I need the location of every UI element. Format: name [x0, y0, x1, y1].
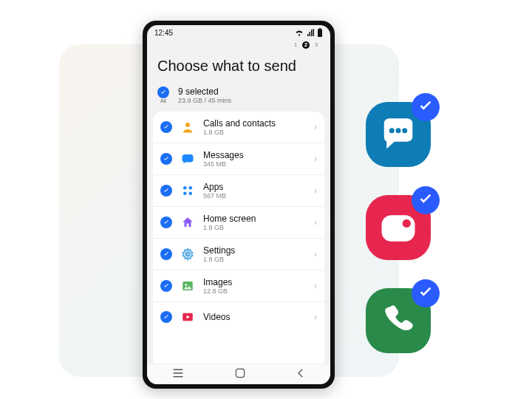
row-settings[interactable]: Settings1.8 GB ›	[153, 239, 324, 270]
status-icons	[295, 28, 323, 37]
messages-icon	[180, 151, 196, 167]
select-all-label: All	[160, 98, 166, 103]
wifi-icon	[295, 29, 304, 36]
android-nav-bar	[147, 364, 330, 384]
home-button[interactable]	[235, 368, 245, 381]
checkmark-icon	[163, 187, 170, 194]
row-calls[interactable]: Calls and contacts1.8 GB ›	[153, 112, 324, 143]
status-time: 12:45	[154, 29, 173, 37]
row-images-label: Images	[203, 277, 307, 287]
row-home[interactable]: Home screen1.8 GB ›	[153, 207, 324, 239]
chevron-right-icon: ›	[314, 217, 317, 228]
selected-badge	[412, 279, 440, 307]
row-calls-checkbox[interactable]	[160, 121, 172, 133]
row-apps-label: Apps	[203, 182, 307, 192]
row-settings-size: 1.8 GB	[203, 256, 307, 263]
row-messages[interactable]: Messages345 MB ›	[153, 143, 324, 175]
messages-app-tile	[366, 102, 431, 167]
svg-point-2	[185, 123, 190, 127]
chevron-right-icon: ›	[314, 249, 317, 259]
step-1: 1	[292, 41, 299, 49]
page-title: Choose what to send	[147, 52, 330, 86]
row-videos[interactable]: Videos ›	[153, 302, 324, 332]
row-images-checkbox[interactable]	[160, 280, 172, 292]
svg-rect-12	[236, 369, 244, 377]
row-videos-checkbox[interactable]	[160, 311, 172, 323]
images-icon	[180, 278, 196, 294]
phone-screen: 12:45 1 2 3 Choose what to send All 9 se…	[147, 25, 330, 384]
checkmark-icon	[417, 285, 434, 301]
row-settings-label: Settings	[203, 245, 307, 256]
row-apps-size: 567 MB	[203, 192, 307, 200]
chevron-right-icon: ›	[314, 185, 317, 196]
checkmark-icon	[163, 282, 170, 290]
phone-app-tile	[366, 288, 431, 353]
battery-icon	[317, 28, 323, 37]
wizard-stepper: 1 2 3	[147, 40, 330, 52]
camera-app-tile	[366, 195, 431, 260]
svg-point-14	[396, 128, 401, 133]
svg-point-10	[185, 284, 187, 286]
checkmark-icon	[163, 155, 170, 163]
svg-rect-3	[183, 154, 194, 163]
row-home-checkbox[interactable]	[160, 216, 172, 228]
camera-icon	[376, 205, 420, 250]
row-calls-size: 1.8 GB	[203, 129, 307, 136]
svg-point-6	[183, 192, 187, 196]
selected-size: 23.9 GB / 45 mins	[178, 97, 231, 104]
row-messages-size: 345 MB	[203, 160, 307, 168]
chevron-right-icon: ›	[314, 312, 317, 322]
selected-count: 9 selected	[178, 86, 231, 97]
recents-button[interactable]	[172, 368, 184, 381]
checkmark-icon	[163, 123, 170, 131]
row-calls-label: Calls and contacts	[203, 118, 307, 129]
row-images[interactable]: Images12.8 GB ›	[153, 270, 324, 302]
home-icon	[180, 214, 196, 231]
checkmark-icon	[417, 99, 434, 115]
chevron-right-icon: ›	[314, 281, 317, 291]
row-apps[interactable]: Apps567 MB ›	[153, 175, 324, 207]
row-messages-label: Messages	[203, 150, 307, 160]
svg-rect-16	[382, 215, 415, 242]
chevron-right-icon: ›	[314, 154, 317, 164]
svg-rect-0	[318, 29, 322, 37]
svg-point-5	[189, 186, 193, 190]
svg-point-17	[403, 219, 411, 228]
row-videos-label: Videos	[203, 312, 307, 322]
selected-badge	[412, 186, 440, 214]
svg-point-15	[402, 128, 407, 133]
row-apps-checkbox[interactable]	[160, 185, 172, 197]
phone-frame: 12:45 1 2 3 Choose what to send All 9 se…	[143, 21, 335, 389]
row-images-size: 12.8 GB	[203, 287, 307, 295]
categories-list: Calls and contacts1.8 GB › Messages345 M…	[153, 112, 324, 384]
signal-icon	[307, 29, 314, 36]
checkmark-icon	[163, 250, 170, 258]
svg-point-7	[189, 192, 193, 196]
select-all-row[interactable]: All 9 selected 23.9 GB / 45 mins	[147, 86, 330, 112]
videos-icon	[180, 309, 196, 325]
speech-bubble-icon	[378, 114, 419, 155]
svg-point-13	[389, 128, 395, 133]
select-all-checkbox[interactable]	[157, 86, 169, 98]
step-2-current: 2	[302, 41, 310, 49]
chevron-right-icon: ›	[314, 122, 317, 132]
row-home-label: Home screen	[203, 214, 307, 224]
phone-handset-icon	[380, 302, 417, 339]
checkmark-icon	[417, 192, 434, 208]
apps-icon	[180, 183, 196, 199]
status-bar: 12:45	[147, 25, 330, 40]
contacts-icon	[180, 119, 196, 135]
selected-badge	[412, 93, 440, 121]
svg-rect-1	[319, 28, 321, 29]
step-3: 3	[313, 41, 320, 49]
floating-apps	[366, 102, 431, 353]
row-home-size: 1.8 GB	[203, 224, 307, 231]
svg-point-4	[183, 186, 187, 190]
row-messages-checkbox[interactable]	[160, 153, 172, 165]
back-button[interactable]	[296, 368, 305, 381]
row-settings-checkbox[interactable]	[160, 248, 172, 260]
checkmark-icon	[163, 219, 170, 226]
checkmark-icon	[160, 89, 167, 96]
settings-icon	[180, 246, 196, 262]
checkmark-icon	[163, 313, 170, 321]
